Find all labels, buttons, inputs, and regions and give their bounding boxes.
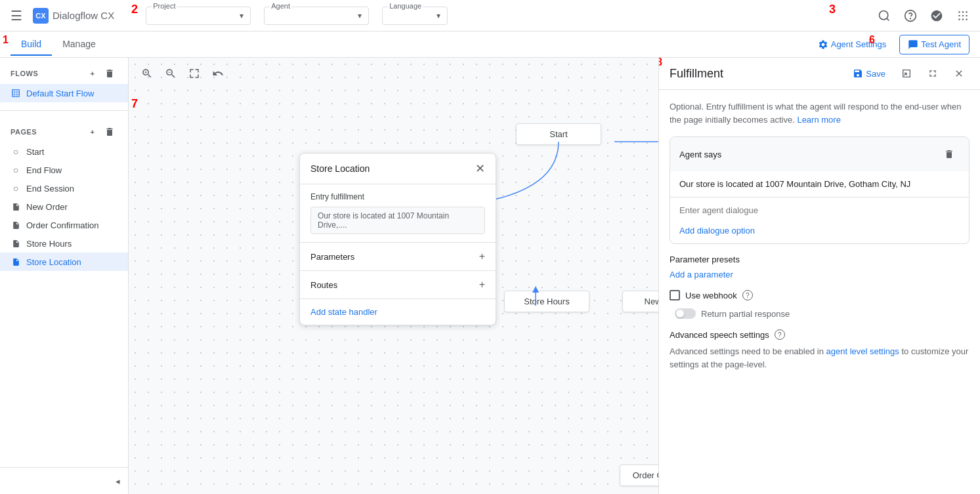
search-icon-btn[interactable] [872, 4, 896, 28]
add-flow-btn[interactable]: + [85, 66, 100, 81]
store-location-popup: Store Location ✕ Entry fulfillment Our s… [299, 153, 496, 325]
new-order-label: New Order [26, 202, 68, 212]
parameters-label: Parameters [310, 252, 354, 262]
agent-settings-label: Agent Settings [831, 39, 887, 49]
flows-actions: + [85, 66, 117, 81]
step-6: 6 [869, 34, 875, 46]
account-icon-btn[interactable] [925, 4, 948, 28]
agent-dropdown-wrapper: Agent ▾ [264, 7, 369, 25]
advanced-speech-help-icon[interactable]: ? [775, 329, 785, 340]
add-dialogue-link[interactable]: Add dialogue option [670, 223, 969, 243]
webhook-help-icon[interactable]: ? [742, 290, 753, 300]
zoom-in-btn[interactable] [137, 63, 158, 84]
store-location-icon [11, 257, 21, 267]
parameters-section[interactable]: Parameters + [300, 243, 496, 271]
default-flow-label: Default Start Flow [26, 89, 94, 98]
new-order-node[interactable]: New Order [622, 291, 658, 312]
popup-header: Store Location ✕ [300, 154, 496, 184]
menu-icon[interactable]: ☰ [5, 3, 28, 29]
agent-label: Agent [270, 2, 291, 10]
undo-btn[interactable] [207, 63, 228, 84]
entry-fulfillment-text: Our store is located at 1007 Mountain Dr… [310, 207, 485, 234]
panel-description: Optional. Entry fulfillment is what the … [670, 100, 969, 126]
sidebar-item-default-flow[interactable]: Default Start Flow [0, 84, 128, 102]
routes-expand-icon: + [479, 279, 485, 291]
routes-section[interactable]: Routes + [300, 271, 496, 299]
return-partial-label: Return partial response [701, 309, 790, 319]
tab-build[interactable]: Build [11, 33, 52, 56]
sidebar-item-end-session[interactable]: ○ End Session [0, 179, 128, 197]
add-param-link[interactable]: Add a parameter [670, 270, 733, 279]
language-dropdown[interactable]: Language ▾ [382, 7, 448, 25]
delete-agent-says-btn[interactable] [939, 144, 960, 165]
end-session-icon: ○ [11, 183, 21, 194]
pages-actions: + [85, 124, 117, 140]
project-dropdown-wrapper: Project ▾ [146, 7, 251, 25]
help-icon-btn[interactable] [899, 4, 922, 28]
add-state-handler-link[interactable]: Add state handler [300, 299, 496, 325]
flows-menu-btn[interactable] [102, 66, 117, 81]
zoom-out-btn[interactable] [160, 63, 181, 84]
step-8: 8 [658, 58, 662, 68]
sidebar-item-store-location[interactable]: Store Location [0, 253, 128, 271]
return-partial-toggle[interactable] [675, 308, 696, 319]
end-flow-label: End Flow [26, 165, 62, 175]
start-icon: ○ [11, 146, 21, 157]
return-partial-row: Return partial response [670, 308, 969, 319]
panel-fullscreen-btn[interactable] [922, 63, 943, 84]
store-hours-label: Store Hours [26, 239, 72, 249]
store-hours-node[interactable]: Store Hours [504, 291, 589, 312]
agent-dialogue-input-wrapper [670, 197, 969, 223]
sidebar-item-new-order[interactable]: New Order [0, 197, 128, 216]
panel-expand-btn[interactable] [896, 63, 917, 84]
panel-close-btn[interactable] [948, 63, 969, 84]
end-flow-icon: ○ [11, 165, 21, 175]
agent-level-settings-link[interactable]: agent level settings [826, 346, 899, 356]
webhook-row: Use webhook ? [670, 290, 969, 300]
sidebar-item-order-confirmation[interactable]: Order Confirmation [0, 216, 128, 234]
apps-icon-btn[interactable] [951, 4, 975, 28]
sidebar-item-end-flow[interactable]: ○ End Flow [0, 161, 128, 179]
agent-dialogue-input[interactable] [679, 205, 960, 215]
order-confirmation-icon [11, 220, 21, 230]
add-page-btn[interactable]: + [85, 124, 100, 140]
start-node[interactable]: Start [516, 123, 601, 145]
routes-label: Routes [310, 280, 337, 290]
agent-dropdown[interactable]: Agent ▾ [264, 7, 369, 25]
agent-says-label: Agent says [679, 150, 721, 159]
test-agent-button[interactable]: Test Agent [899, 35, 969, 54]
pages-menu-btn[interactable] [102, 124, 117, 140]
project-label: Project [152, 2, 177, 10]
order-confirmation-label: Order Confirmation [26, 220, 99, 230]
flows-section-header: FLOWS + [0, 63, 128, 84]
project-dropdown[interactable]: Project ▾ [146, 7, 251, 25]
save-button[interactable]: Save [847, 66, 891, 81]
pages-section-header: PAGES + [0, 119, 128, 142]
top-header: ☰ CX Dialogflow CX 2 Project ▾ Agent ▾ L… [0, 0, 980, 31]
popup-close-btn[interactable]: ✕ [475, 161, 485, 176]
entry-fulfillment-label: Entry fulfillment [310, 192, 485, 201]
fit-screen-btn[interactable] [184, 63, 205, 84]
new-order-icon [11, 201, 21, 212]
test-agent-label: Test Agent [921, 39, 961, 49]
agent-settings-button[interactable]: Agent Settings [810, 35, 895, 54]
agent-says-header: Agent says [670, 137, 969, 171]
agent-arrow: ▾ [358, 11, 362, 20]
order-confirmation-node[interactable]: Order Confirmation [620, 464, 658, 486]
sidebar-item-start[interactable]: ○ Start [0, 142, 128, 161]
logo-image: CX [33, 8, 49, 24]
tab-manage[interactable]: Manage [52, 33, 106, 56]
webhook-label: Use webhook [685, 291, 737, 300]
flows-label: FLOWS [11, 70, 38, 77]
param-presets-section: Parameter presets Add a parameter [670, 255, 969, 279]
svg-point-0 [880, 10, 888, 19]
collapse-sidebar-btn[interactable]: ◂ [110, 473, 125, 489]
main-layout: FLOWS + Default Start Flow PAGES [0, 58, 980, 494]
webhook-checkbox[interactable] [670, 290, 680, 300]
learn-more-link[interactable]: Learn more [797, 115, 840, 125]
language-label: Language [388, 2, 423, 10]
advanced-speech-title: Advanced speech settings [670, 330, 769, 340]
param-presets-title: Parameter presets [670, 255, 969, 264]
store-location-label: Store Location [26, 257, 81, 267]
sidebar-item-store-hours[interactable]: Store Hours [0, 234, 128, 253]
